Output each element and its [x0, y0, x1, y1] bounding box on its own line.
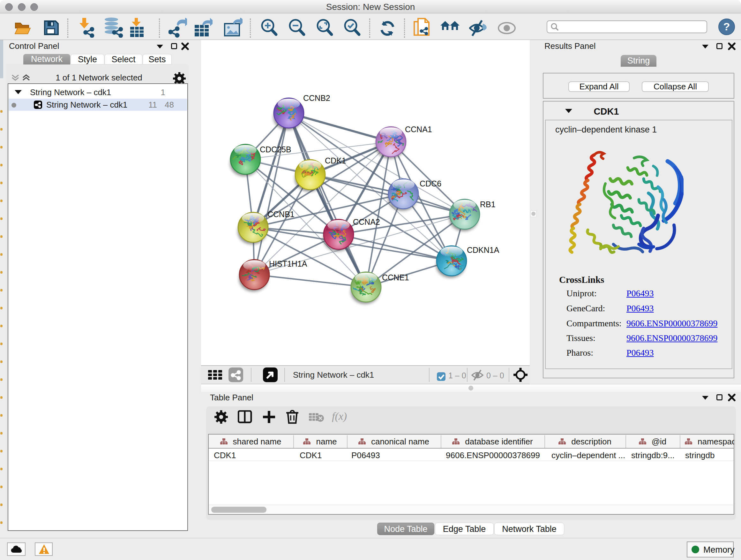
svg-text:CCNA2: CCNA2 [353, 217, 380, 226]
svg-text:CCNB1: CCNB1 [267, 210, 294, 219]
svg-text:HIST1H1A: HIST1H1A [269, 259, 307, 268]
svg-text:?: ? [724, 20, 730, 33]
svg-text:CDK1: CDK1 [325, 156, 346, 165]
svg-text:CDC6: CDC6 [420, 179, 441, 188]
svg-text:RB1: RB1 [480, 200, 495, 209]
svg-text:CDKN1A: CDKN1A [467, 246, 499, 254]
svg-text:CDC25B: CDC25B [260, 145, 291, 154]
svg-text:CCNB2: CCNB2 [303, 94, 330, 103]
svg-text:CCNE1: CCNE1 [382, 273, 409, 282]
svg-text:CCNA1: CCNA1 [405, 125, 432, 134]
